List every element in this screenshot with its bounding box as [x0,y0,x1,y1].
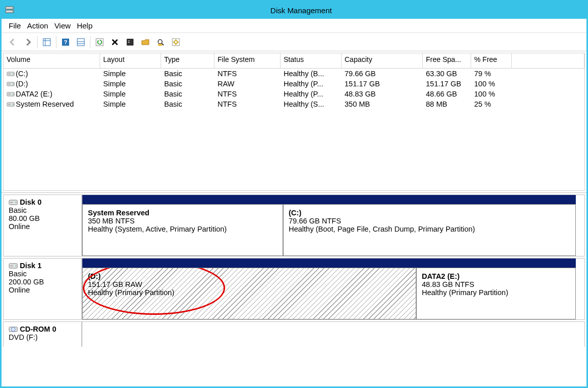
svg-rect-33 [8,93,11,95]
volume-row[interactable]: (C:)SimpleBasicNTFSHealthy (B...79.66 GB… [4,69,584,79]
svg-rect-13 [127,39,133,45]
grid-icon[interactable] [41,36,53,48]
refresh-icon[interactable] [94,36,106,48]
menu-action[interactable]: Action [27,21,48,30]
svg-point-38 [15,202,16,203]
svg-text:?: ? [64,39,68,45]
open-icon[interactable] [139,36,151,48]
list-icon[interactable] [75,36,87,48]
forward-icon[interactable] [22,36,34,48]
svg-point-3 [12,11,13,12]
delete-icon[interactable] [109,36,121,48]
col-capacity[interactable]: Capacity [342,53,423,69]
col-pctfree[interactable]: % Free [471,53,512,69]
svg-point-41 [15,266,16,267]
settings-icon[interactable] [170,36,182,48]
svg-rect-30 [8,83,11,85]
partition-box[interactable]: (D:)151.17 GB RAWHealthy (Primary Partit… [82,258,416,319]
svg-rect-4 [43,39,50,46]
col-volume[interactable]: Volume [4,53,100,69]
volume-list: Volume Layout Type File System Status Ca… [3,53,585,191]
svg-point-32 [13,94,14,95]
svg-point-2 [12,8,13,9]
svg-rect-15 [128,42,130,43]
menu-help[interactable]: Help [77,21,92,30]
partition-box[interactable]: (C:)79.66 GB NTFSHealthy (Boot, Page Fil… [283,195,576,256]
col-status[interactable]: Status [281,53,342,69]
disk-row: Disk 0Basic80.00 GBOnlineSystem Reserved… [3,195,585,256]
titlebar[interactable]: Disk Management [2,2,586,19]
window-title: Disk Management [19,6,583,15]
help-icon[interactable]: ? [59,36,72,48]
svg-rect-18 [158,44,162,46]
graphical-view: Disk 0Basic80.00 GBOnlineSystem Reserved… [2,192,586,347]
svg-rect-9 [77,39,84,46]
window: Disk Management File Action View Help ? … [0,0,588,388]
properties-icon[interactable] [124,36,136,48]
col-layout[interactable]: Layout [100,53,161,69]
svg-rect-36 [8,104,11,105]
disk-management-icon [5,5,15,15]
partition-box[interactable]: System Reserved350 MB NTFSHealthy (Syste… [82,195,283,256]
partition-box[interactable]: DATA2 (E:)48.83 GB NTFSHealthy (Primary … [416,258,576,319]
find-icon[interactable] [154,36,167,48]
toolbar: ? [2,33,586,51]
col-type[interactable]: Type [161,53,214,69]
volume-row[interactable]: DATA2 (E:)SimpleBasicNTFSHealthy (P...48… [4,89,584,99]
menubar: File Action View Help [2,19,586,33]
svg-point-29 [13,84,14,85]
svg-point-45 [13,329,14,330]
column-headers[interactable]: Volume Layout Type File System Status Ca… [4,53,584,69]
volume-row[interactable]: System ReservedSimpleBasicNTFSHealthy (S… [4,99,584,109]
col-freespace[interactable]: Free Spa... [423,53,471,69]
col-filesystem[interactable]: File System [214,53,281,69]
volume-row[interactable]: (D:)SimpleBasicRAWHealthy (P...151.17 GB… [4,79,584,89]
svg-point-26 [13,74,14,75]
svg-rect-39 [10,202,13,203]
disk-row: CD-ROM 0DVD (F:) [3,321,585,347]
svg-rect-42 [10,265,13,267]
svg-rect-27 [8,73,11,75]
svg-rect-14 [128,41,130,41]
disk-row: Disk 1Basic200.00 GBOnline(D:)151.17 GB … [3,258,585,320]
menu-file[interactable]: File [9,21,21,30]
svg-point-16 [158,40,162,44]
svg-point-35 [13,104,14,105]
back-icon[interactable] [7,36,19,48]
menu-view[interactable]: View [54,21,71,30]
